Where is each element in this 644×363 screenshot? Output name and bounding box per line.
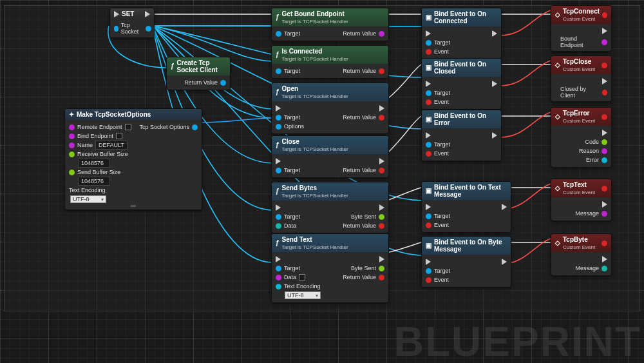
exec-in-icon[interactable] <box>426 259 431 265</box>
delegate-pin[interactable] <box>601 240 607 246</box>
pin-code[interactable] <box>601 139 607 145</box>
exec-out-icon[interactable] <box>492 132 497 139</box>
pin-target[interactable] <box>426 268 431 274</box>
input-send-buf[interactable]: 1048576 <box>78 177 110 186</box>
pin-event[interactable] <box>426 277 431 283</box>
node-event-tcp-close[interactable]: ◇TcpCloseCustom Event Closed by Client <box>551 55 612 102</box>
pin-options-out[interactable] <box>192 124 198 130</box>
pin-byte-sent[interactable] <box>379 214 384 220</box>
pin-error[interactable] <box>601 157 607 163</box>
pin-message[interactable] <box>601 266 607 271</box>
node-is-connected[interactable]: ƒIs ConnectedTarget is TCPSocket Handler… <box>271 45 389 79</box>
pin-return[interactable] <box>379 115 384 121</box>
exec-in-icon[interactable] <box>426 81 431 87</box>
exec-out-icon[interactable] <box>602 130 607 136</box>
pin-target[interactable] <box>276 31 281 37</box>
exec-out-icon[interactable] <box>379 204 384 211</box>
pin-target[interactable] <box>426 40 431 46</box>
pin-return[interactable] <box>379 223 384 229</box>
pin-options[interactable] <box>276 124 281 130</box>
exec-out-icon[interactable] <box>502 259 507 265</box>
input-name[interactable]: DEFAULT <box>95 141 128 150</box>
pin-event[interactable] <box>426 222 431 228</box>
pin-return[interactable] <box>379 168 384 173</box>
exec-out-icon[interactable] <box>492 30 497 37</box>
checkbox-data[interactable] <box>299 274 305 280</box>
node-open[interactable]: ƒOpenTarget is TCPSocket Handler Target … <box>271 83 389 134</box>
pin-return-value[interactable] <box>220 80 226 86</box>
expand-handle-icon[interactable] <box>131 205 136 207</box>
node-event-tcp-error[interactable]: ◇TcpErrorCustom Event Code Reason Error <box>551 107 612 168</box>
exec-out-icon[interactable] <box>602 28 607 34</box>
node-get-bound-endpoint[interactable]: ƒGet Bound EndpointTarget is TCPSocket H… <box>271 8 389 41</box>
pin-event[interactable] <box>426 99 431 105</box>
node-bind-on-byte-message[interactable]: ▣Bind Event to On Byte Message Target Ev… <box>421 236 511 288</box>
pin-message[interactable] <box>601 211 607 217</box>
pin-remote-endpoint[interactable] <box>69 124 75 130</box>
pin-target[interactable] <box>276 68 281 74</box>
input-recv-buf[interactable]: 1048576 <box>78 159 110 168</box>
pin-data[interactable] <box>276 275 281 280</box>
pin-target[interactable] <box>426 142 431 148</box>
exec-in-icon[interactable] <box>426 204 431 210</box>
exec-out-icon[interactable] <box>602 256 607 262</box>
pin-target[interactable] <box>426 90 431 96</box>
pin-out-socket[interactable] <box>146 26 151 32</box>
node-event-tcp-byte[interactable]: ◇TcpByteCustom Event Message <box>551 233 612 276</box>
node-event-tcp-text[interactable]: ◇TcpTextCustom Event Message <box>551 179 612 221</box>
pin-reason[interactable] <box>601 148 607 154</box>
exec-out-icon[interactable] <box>379 256 384 262</box>
exec-in-icon[interactable] <box>276 158 281 164</box>
select-text-encoding[interactable]: UTF-8 <box>70 195 106 203</box>
exec-in-icon[interactable] <box>426 30 431 37</box>
node-create-tcp-socket-client[interactable]: ƒCreate Tcp Socket Client Return Value <box>166 57 231 90</box>
select-text-encoding[interactable]: UTF-8 <box>285 291 321 299</box>
pin-recv-buf[interactable] <box>69 152 75 157</box>
delegate-pin[interactable] <box>602 12 607 18</box>
exec-out-icon[interactable] <box>379 105 384 112</box>
exec-out-icon[interactable] <box>379 158 384 164</box>
checkbox-remote[interactable] <box>125 124 131 130</box>
exec-out-icon[interactable] <box>602 78 607 84</box>
pin-target[interactable] <box>426 213 431 219</box>
exec-out-icon[interactable] <box>492 81 497 87</box>
pin-name[interactable] <box>69 142 75 148</box>
pin-data[interactable] <box>276 223 281 229</box>
exec-in-icon[interactable] <box>276 204 281 211</box>
exec-in-icon[interactable] <box>276 256 281 262</box>
pin-return[interactable] <box>379 68 384 74</box>
delegate-pin[interactable] <box>601 186 607 191</box>
pin-closed-by-client[interactable] <box>602 90 607 95</box>
pin-event[interactable] <box>426 49 431 55</box>
checkbox-bind[interactable] <box>116 133 122 139</box>
node-bind-on-text-message[interactable]: ▣Bind Event to On Text Message Target Ev… <box>421 181 511 233</box>
pin-bound-endpoint[interactable] <box>601 39 607 45</box>
delegate-pin[interactable] <box>601 114 607 120</box>
node-close[interactable]: ƒCloseTarget is TCPSocket Handler Target… <box>271 135 389 178</box>
pin-byte-sent[interactable] <box>379 266 384 271</box>
pin-encoding[interactable] <box>276 284 281 289</box>
pin-send-buf[interactable] <box>69 170 75 175</box>
pin-return[interactable] <box>379 275 384 280</box>
pin-bind-endpoint[interactable] <box>69 133 75 139</box>
node-bind-on-error[interactable]: ▣Bind Event to On Error Target Event <box>421 110 502 161</box>
node-send-text[interactable]: ƒSend TextTarget is TCPSocket Handler Ta… <box>271 233 389 303</box>
exec-out-icon[interactable] <box>502 204 507 210</box>
pin-in-socket[interactable] <box>114 26 118 32</box>
node-send-bytes[interactable]: ƒSend BytesTarget is TCPSocket Handler T… <box>271 182 389 233</box>
node-set[interactable]: SET Tcp Socket <box>109 8 155 38</box>
pin-target[interactable] <box>276 168 281 173</box>
exec-in-icon[interactable] <box>426 132 431 139</box>
node-event-tcp-connect[interactable]: ◇TcpConnectCustom Event Bound Endpoint <box>551 5 612 52</box>
pin-return[interactable] <box>379 31 384 37</box>
pin-event[interactable] <box>426 151 431 157</box>
exec-in-icon[interactable] <box>276 105 281 112</box>
delegate-pin[interactable] <box>601 63 607 68</box>
exec-out-icon[interactable] <box>602 201 607 208</box>
pin-target[interactable] <box>276 115 281 121</box>
pin-target[interactable] <box>276 266 281 271</box>
node-bind-on-connected[interactable]: ▣Bind Event to On Connected Target Event <box>421 8 502 59</box>
node-make-tcp-socket-options[interactable]: ✦Make TcpSocketOptions Remote Endpoint T… <box>64 108 202 210</box>
node-bind-on-closed[interactable]: ▣Bind Event to On Closed Target Event <box>421 58 502 110</box>
pin-target[interactable] <box>276 214 281 220</box>
